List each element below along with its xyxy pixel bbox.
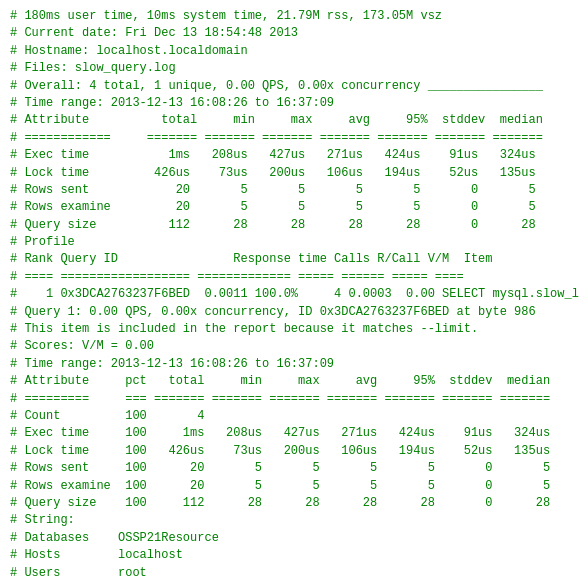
line: # Lock time 426us 73us 200us 106us 194us…: [10, 165, 569, 182]
line: # 180ms user time, 10ms system time, 21.…: [10, 8, 569, 25]
line: # Count 100 4: [10, 408, 569, 425]
line: # Attribute total min max avg 95% stddev…: [10, 112, 569, 129]
line: # Attribute pct total min max avg 95% st…: [10, 373, 569, 390]
line: # Rows examine 100 20 5 5 5 5 0 5: [10, 478, 569, 495]
line: # Exec time 1ms 208us 427us 271us 424us …: [10, 147, 569, 164]
line: # Rank Query ID Response time Calls R/Ca…: [10, 251, 569, 268]
line: # This item is included in the report be…: [10, 321, 569, 338]
line: # Query 1: 0.00 QPS, 0.00x concurrency, …: [10, 304, 569, 321]
line: # Current date: Fri Dec 13 18:54:48 2013: [10, 25, 569, 42]
line: # Scores: V/M = 0.00: [10, 338, 569, 355]
line: # ============ ======= ======= ======= =…: [10, 130, 569, 147]
line: # Query size 112 28 28 28 28 0 28: [10, 217, 569, 234]
line: # String:: [10, 512, 569, 529]
line: # Lock time 100 426us 73us 200us 106us 1…: [10, 443, 569, 460]
line: # Rows sent 20 5 5 5 5 0 5: [10, 182, 569, 199]
line: # Time range: 2013-12-13 16:08:26 to 16:…: [10, 356, 569, 373]
terminal-output: # 180ms user time, 10ms system time, 21.…: [10, 8, 569, 577]
line: # ========= === ======= ======= ======= …: [10, 391, 569, 408]
line: # Exec time 100 1ms 208us 427us 271us 42…: [10, 425, 569, 442]
line: # Rows examine 20 5 5 5 5 0 5: [10, 199, 569, 216]
line: # Hostname: localhost.localdomain: [10, 43, 569, 60]
line: # Overall: 4 total, 1 unique, 0.00 QPS, …: [10, 78, 569, 95]
line: # Users root: [10, 565, 569, 578]
line: # Databases OSSP21Resource: [10, 530, 569, 547]
line: # Profile: [10, 234, 569, 251]
line: # 1 0x3DCA2763237F6BED 0.0011 100.0% 4 0…: [10, 286, 569, 303]
line: # Rows sent 100 20 5 5 5 5 0 5: [10, 460, 569, 477]
line: # Query size 100 112 28 28 28 28 0 28: [10, 495, 569, 512]
line: # Time range: 2013-12-13 16:08:26 to 16:…: [10, 95, 569, 112]
line: # Files: slow_query.log: [10, 60, 569, 77]
line: # ==== ================== ============= …: [10, 269, 569, 286]
line: # Hosts localhost: [10, 547, 569, 564]
